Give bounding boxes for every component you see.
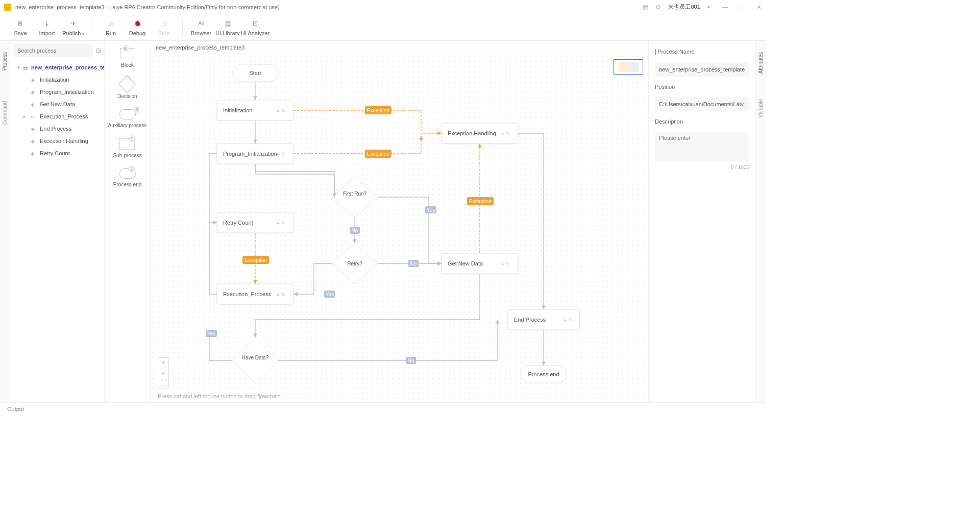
output-panel-header[interactable]: Output <box>0 402 766 415</box>
svg-text:Exception: Exception <box>244 257 267 263</box>
tree-item[interactable]: ◈Exception Handling <box>10 135 104 147</box>
window-title: new_enterprise_process_template3 - Laiye… <box>15 4 643 10</box>
window-close-icon[interactable]: ✕ <box>756 4 762 11</box>
apps-grid-icon[interactable]: ▦ <box>643 4 648 11</box>
description-label: Description <box>655 118 749 125</box>
title-bar: new_enterprise_process_template3 - Laiye… <box>0 0 766 14</box>
svg-text:Start: Start <box>249 70 261 76</box>
svg-text:No: No <box>352 228 358 233</box>
svg-text:Yes: Yes <box>326 292 334 297</box>
zoom-in-button[interactable]: + <box>158 358 168 368</box>
process-name-label: Process Name <box>657 49 694 55</box>
svg-text:▸ ✎: ▸ ✎ <box>502 131 510 136</box>
toolbar: 🗎Save ⭳Import ✈Publish ▷Run 🐞Debug ◻Stop… <box>0 14 766 41</box>
publish-button[interactable]: ✈Publish <box>60 15 87 40</box>
description-input[interactable] <box>655 132 749 162</box>
svg-text:Initialization: Initialization <box>223 107 252 113</box>
svg-text:▸ ✎: ▸ ✎ <box>277 220 285 226</box>
svg-text:Retry?: Retry? <box>347 261 362 267</box>
tree-item[interactable]: ◈Program_Initialization <box>10 86 104 98</box>
browser-button[interactable]: AIBrowser <box>188 15 214 40</box>
svg-text:▸ ✎: ▸ ✎ <box>564 317 572 323</box>
right-vertical-tabs: Attributes Variable <box>755 41 766 402</box>
svg-text:▸ ✎: ▸ ✎ <box>277 292 285 297</box>
description-counter: 0 / 1000 <box>655 164 749 170</box>
flowchart-canvas[interactable]: Start Initialization ▸ ✎ Program_Initial… <box>151 54 648 402</box>
tab-process[interactable]: Process <box>2 52 8 70</box>
palette-decision[interactable]: 3Decision <box>117 78 137 99</box>
svg-text:Get New Data: Get New Data <box>448 260 483 267</box>
svg-text:No: No <box>410 261 417 267</box>
palette-process-end[interactable]: 1Process end <box>113 168 142 187</box>
process-tree-panel: ⊟ ▾⚏new_enterprise_process_tem... ◈Initi… <box>10 41 105 402</box>
svg-text:End Process: End Process <box>514 317 546 323</box>
user-name[interactable]: 来也员工001 <box>668 3 700 11</box>
svg-text:▸ ✎: ▸ ✎ <box>277 151 285 157</box>
ui-analyzer-button[interactable]: ⊡UI Analyzer <box>241 15 270 40</box>
debug-button[interactable]: 🐞Debug <box>124 15 151 40</box>
tree-item[interactable]: ◈End Process <box>10 123 104 135</box>
tab-command[interactable]: Command <box>2 101 8 125</box>
svg-text:Yes: Yes <box>207 331 215 336</box>
svg-text:▸ ✎: ▸ ✎ <box>502 261 510 267</box>
position-label: Position <box>655 84 749 90</box>
svg-text:Exception Handling: Exception Handling <box>448 130 496 136</box>
tree-item[interactable]: ◈Get New Data <box>10 98 104 110</box>
svg-text:First Run?: First Run? <box>343 191 367 197</box>
canvas-tab[interactable]: new_enterprise_process_template3 <box>151 41 648 54</box>
zoom-out-button[interactable]: − <box>158 368 168 378</box>
import-button[interactable]: ⭳Import <box>34 15 60 40</box>
minimap[interactable] <box>614 59 643 75</box>
app-icon <box>4 4 11 11</box>
tab-attributes[interactable]: Attributes <box>758 52 764 74</box>
canvas-hint: Press ctrl and left mouse button to drag… <box>158 393 280 399</box>
svg-text:Retry Count: Retry Count <box>223 220 253 226</box>
svg-text:Exception: Exception <box>367 151 389 157</box>
palette-aux-process[interactable]: 0Auxiliary process <box>108 109 147 128</box>
left-vertical-tabs: Process Command <box>0 41 10 402</box>
flowchart-svg: Start Initialization ▸ ✎ Program_Initial… <box>151 54 641 402</box>
process-name-input[interactable] <box>655 62 749 77</box>
palette-block[interactable]: 6Block <box>120 48 135 68</box>
svg-text:Exception: Exception <box>469 199 492 204</box>
tree-root[interactable]: ▾⚏new_enterprise_process_tem... <box>10 61 104 74</box>
svg-text:Exception: Exception <box>367 108 389 113</box>
svg-text:Process end: Process end <box>528 371 559 377</box>
search-input[interactable] <box>13 44 93 57</box>
position-input[interactable] <box>655 97 749 111</box>
run-button[interactable]: ▷Run <box>97 15 124 40</box>
ui-library-button[interactable]: ▤UI Library <box>214 15 241 40</box>
expand-collapse-icon[interactable]: ⊟ <box>96 47 101 54</box>
palette-sub-process[interactable]: 1Sub-process <box>113 138 141 158</box>
shapes-palette: 6Block 3Decision 0Auxiliary process 1Sub… <box>105 41 151 402</box>
attributes-panel: |Process Name Position Description 0 / 1… <box>648 41 755 402</box>
tab-variable[interactable]: Variable <box>758 99 764 117</box>
tree-item[interactable]: ◈Retry Count <box>10 147 104 159</box>
svg-text:No: No <box>408 358 414 364</box>
save-button[interactable]: 🗎Save <box>7 15 34 40</box>
window-minimize-icon[interactable]: — <box>722 4 728 11</box>
svg-text:▸ ✎: ▸ ✎ <box>277 108 285 113</box>
svg-text:Yes: Yes <box>427 207 435 213</box>
window-maximize-icon[interactable]: □ <box>741 4 744 11</box>
tree-item-expandable[interactable]: ▸▭Execution_Process <box>10 110 104 123</box>
svg-text:Execution_Process: Execution_Process <box>223 291 272 297</box>
gear-icon[interactable]: ⚙ <box>655 4 661 11</box>
zoom-controls: + − ⛶ <box>158 357 169 389</box>
tree-item[interactable]: ◈Initialization <box>10 74 104 86</box>
svg-text:Have Data?: Have Data? <box>242 355 269 360</box>
svg-text:Program_Initialization: Program_Initialization <box>223 151 277 157</box>
zoom-fit-button[interactable]: ⛶ <box>158 378 168 389</box>
stop-button: ◻Stop <box>151 15 177 40</box>
